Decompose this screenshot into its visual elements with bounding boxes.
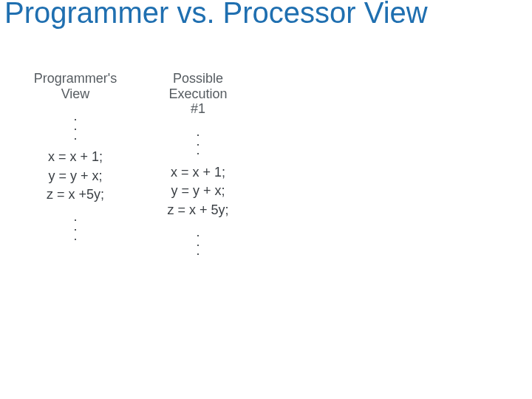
column-programmer-view: Programmer'sView ... x = x + 1; y = y + … [24,71,127,263]
code-block: x = x + 1; y = y + x; z = x +5y; [47,149,104,203]
vertical-dots-icon: ... [196,228,200,256]
column-possible-execution-1: PossibleExecution#1 ... x = x + 1; y = y… [146,71,250,263]
code-line: x = x + 1; [171,164,225,181]
code-line: y = y + x; [48,168,102,185]
code-line: z = x + 5y; [167,202,228,219]
vertical-dots-icon: ... [196,127,200,155]
columns-container: Programmer'sView ... x = x + 1; y = y + … [24,71,250,263]
code-line: x = x + 1; [48,149,103,166]
code-line: y = y + x; [171,183,225,200]
slide: Programmer vs. Processor View Programmer… [0,0,532,399]
column-header: PossibleExecution#1 [168,71,227,117]
code-block: x = x + 1; y = y + x; z = x + 5y; [167,164,228,219]
column-header: Programmer'sView [34,71,117,101]
code-line: z = x +5y; [47,186,104,203]
vertical-dots-icon: ... [73,112,77,140]
slide-title: Programmer vs. Processor View [4,0,517,29]
vertical-dots-icon: ... [73,212,77,240]
